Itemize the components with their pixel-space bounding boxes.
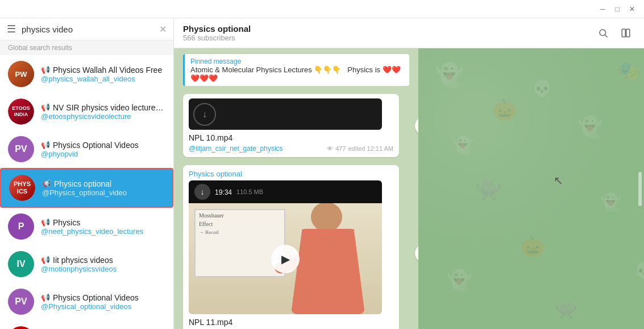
video-duration-info: 19:34 bbox=[215, 187, 232, 196]
sidebar: ☰ ✕ Global search results PW 📢 Physics W… bbox=[0, 18, 174, 329]
columns-button[interactable] bbox=[617, 24, 635, 42]
svg-text:👻: 👻 bbox=[600, 192, 622, 212]
duration-text: 19:34 bbox=[215, 188, 232, 196]
message-handle-npl10[interactable]: @iitjam_csir_net_gate_physics bbox=[189, 145, 283, 153]
play-button[interactable]: ▶ bbox=[271, 245, 300, 273]
download-icon-npl10[interactable]: ↓ bbox=[193, 103, 216, 126]
sidebar-item-physics-optional-videos[interactable]: PV 📢 Physics Optional Videos @phyopvid bbox=[0, 130, 173, 168]
titlebar: ─ □ ✕ bbox=[0, 0, 644, 18]
download-icon-small[interactable]: ↓ bbox=[194, 184, 210, 200]
pinned-label: Pinned message bbox=[190, 57, 404, 65]
sidebar-header: ☰ ✕ bbox=[0, 18, 173, 40]
sidebar-list: PW 📢 Physics Wallah All Videos Free @phy… bbox=[0, 55, 173, 329]
filename-npl10: NPL 10.mp4 bbox=[189, 133, 393, 142]
megaphone-icon: 📢 bbox=[41, 218, 50, 227]
search-button[interactable] bbox=[594, 24, 612, 42]
pinned-text: Atomic & Molecular Physics Lectures 👇👇👇 … bbox=[190, 65, 404, 83]
avatar-pv: PV bbox=[8, 136, 34, 162]
video-overlay-npl11: ↓ 19:34 110.5 MB bbox=[189, 180, 382, 203]
search-input[interactable] bbox=[22, 24, 153, 34]
megaphone-icon: 📢 bbox=[41, 103, 50, 112]
board-text: Mossbauer bbox=[199, 212, 281, 219]
item-handle: @neet_physics_video_lectures bbox=[41, 227, 165, 236]
pinned-message-bar[interactable]: Pinned message Atomic & Molecular Physic… bbox=[183, 54, 409, 86]
board-arrow: → Recoil bbox=[199, 229, 281, 235]
item-name: Physics Optional Videos bbox=[53, 293, 139, 302]
chat-header-actions bbox=[594, 24, 635, 42]
item-info-physics: 📢 Physics @neet_physics_video_lectures bbox=[41, 218, 165, 236]
message-info-npl10: 👁 477 edited 12:11 AM bbox=[327, 145, 393, 152]
maximize-button[interactable]: □ bbox=[610, 2, 625, 17]
avatar-nv-sir: ETOOSINDIA bbox=[8, 98, 34, 125]
item-info-nv-sir: 📢 NV SIR physics video lectures 💯 😜 @eto… bbox=[41, 103, 165, 121]
avatar-physics-optional: PHYSICS bbox=[9, 175, 35, 201]
person-body bbox=[291, 229, 365, 314]
megaphone-icon: 📢 bbox=[41, 293, 50, 302]
chat-messages[interactable]: Pinned message Atomic & Molecular Physic… bbox=[174, 48, 418, 329]
background-pattern: 👻 🎃 👻 💀 👻 🎭 👾 👻 🎃 👻 💀 👾 👻 🎭 bbox=[418, 48, 645, 329]
item-info-phyopvid: 📢 Physics Optional Videos @phyopvid bbox=[41, 141, 165, 158]
item-handle: @etoosphysicsvideolecture bbox=[41, 112, 165, 121]
svg-text:🎃: 🎃 bbox=[492, 98, 517, 122]
svg-point-2 bbox=[600, 30, 606, 36]
sidebar-item-physics[interactable]: P 📢 Physics @neet_physics_video_lectures bbox=[0, 208, 173, 245]
megaphone-icon: 📢 bbox=[41, 256, 50, 264]
video-frame-npl11[interactable]: ↓ 19:34 110.5 MB Mossbauer bbox=[189, 180, 382, 314]
svg-text:👻: 👻 bbox=[435, 61, 464, 88]
svg-text:👾: 👾 bbox=[555, 299, 577, 320]
sidebar-item-nv-sir[interactable]: ETOOSINDIA 📢 NV SIR physics video lectur… bbox=[0, 93, 173, 130]
item-info-physics-wallah: 📢 Physics Wallah All Videos Free @physic… bbox=[41, 65, 165, 83]
chat-header-info: Physics optional 566 subscribers bbox=[183, 24, 587, 42]
main-layout: ☰ ✕ Global search results PW 📢 Physics W… bbox=[0, 18, 644, 329]
close-button[interactable]: ✕ bbox=[625, 2, 639, 17]
avatar-pv2: PV bbox=[8, 289, 34, 315]
board-scene: Mossbauer Effect → Recoil bbox=[189, 203, 382, 314]
hamburger-icon[interactable]: ☰ bbox=[7, 23, 16, 35]
avatar-yt bbox=[8, 326, 34, 329]
avatar-p: P bbox=[8, 213, 34, 240]
chat-panel: Physics optional 566 subscribers Pinned … bbox=[174, 18, 644, 329]
chat-header: Physics optional 566 subscribers bbox=[174, 18, 644, 48]
view-count-npl10: 477 bbox=[335, 145, 346, 152]
svg-text:💀: 💀 bbox=[532, 79, 552, 98]
megaphone-icon: 📢 bbox=[42, 179, 51, 188]
cursor-icon: ↖ bbox=[554, 174, 563, 187]
item-name: NV SIR physics video lectures 💯 😜 bbox=[53, 103, 165, 112]
item-handle: @motionphysicsvideos bbox=[41, 265, 165, 273]
eye-icon: 👁 bbox=[327, 145, 333, 152]
svg-text:🎭: 🎭 bbox=[617, 60, 640, 81]
sidebar-item-physics-wallah[interactable]: PW 📢 Physics Wallah All Videos Free @phy… bbox=[0, 55, 173, 93]
scrollbar[interactable] bbox=[638, 172, 642, 206]
svg-rect-5 bbox=[626, 29, 630, 37]
megaphone-icon: 📢 bbox=[41, 65, 50, 74]
chat-body: Pinned message Atomic & Molecular Physic… bbox=[174, 48, 644, 329]
sidebar-item-iit-physics[interactable]: IV 📢 Iit physics videos @motionphysicsvi… bbox=[0, 245, 173, 283]
item-info-iit-physics: 📢 Iit physics videos @motionphysicsvideo… bbox=[41, 256, 165, 273]
search-clear-icon[interactable]: ✕ bbox=[159, 24, 167, 35]
item-name: Iit physics videos bbox=[53, 256, 113, 265]
video-preview-npl10[interactable]: ↓ bbox=[189, 98, 382, 130]
item-handle: @physics_wallah_all_videos bbox=[41, 75, 165, 83]
minimize-button[interactable]: ─ bbox=[595, 2, 610, 17]
item-name: Physics Wallah All Videos Free bbox=[53, 65, 162, 75]
item-info-phyoptional2: 📢 Physics Optional Videos @Physical_opti… bbox=[41, 293, 165, 311]
message-bubble-npl10: ↓ NPL 10.mp4 @iitjam_csir_net_gate_physi… bbox=[183, 94, 399, 157]
sidebar-item-physics-optional-videos-2[interactable]: PV 📢 Physics Optional Videos @Physical_o… bbox=[0, 283, 173, 320]
edit-time-npl10: edited 12:11 AM bbox=[348, 145, 393, 152]
item-name: Physics bbox=[53, 218, 80, 227]
svg-text:💀: 💀 bbox=[634, 261, 645, 280]
message-meta-npl10: @iitjam_csir_net_gate_physics 👁 477 edit… bbox=[189, 145, 393, 153]
person-head bbox=[311, 203, 342, 232]
item-name: Physics optional bbox=[54, 179, 111, 188]
svg-text:👻: 👻 bbox=[447, 268, 472, 293]
whiteboard: Mossbauer Effect → Recoil bbox=[194, 209, 285, 277]
global-search-label: Global search results bbox=[0, 40, 173, 55]
item-info-physics-optional: 📢 Physics optional @Physics_optional_vid… bbox=[42, 179, 164, 197]
message-npl10: ↓ NPL 10.mp4 @iitjam_csir_net_gate_physi… bbox=[183, 94, 409, 157]
sidebar-item-physics-optional[interactable]: PHYSICS 📢 Physics optional @Physics_opti… bbox=[0, 168, 173, 208]
svg-text:👾: 👾 bbox=[475, 176, 502, 202]
chat-title: Physics optional bbox=[183, 24, 587, 34]
sidebar-item-physics-videos-links[interactable]: 📢 Physics Videos Links @physics_video bbox=[0, 320, 173, 329]
svg-text:👻: 👻 bbox=[577, 114, 603, 139]
message-sender-npl11: Physics optional bbox=[189, 170, 393, 178]
